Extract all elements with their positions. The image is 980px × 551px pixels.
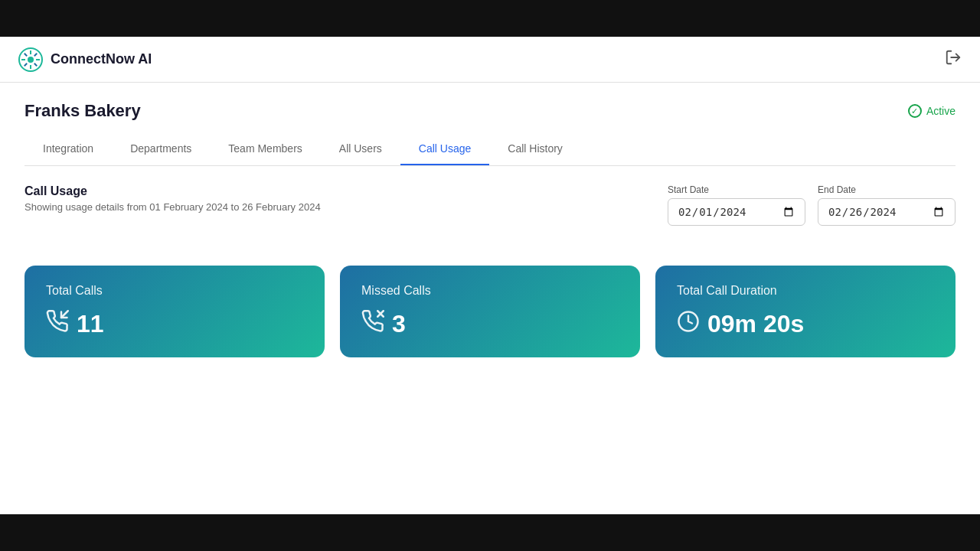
svg-line-9: [24, 63, 27, 65]
top-bar: [0, 0, 980, 37]
start-date-field: Start Date: [668, 184, 805, 226]
section-title: Call Usage: [24, 184, 668, 198]
tab-team-members[interactable]: Team Members: [210, 133, 320, 165]
tab-call-usage[interactable]: Call Usage: [400, 133, 489, 165]
total-duration-number: 09m 20s: [707, 310, 804, 338]
missed-calls-value: 3: [361, 310, 619, 338]
end-date-input[interactable]: [818, 198, 956, 226]
missed-calls-card: Missed Calls 3: [340, 266, 640, 357]
main-content: Franks Bakery ✓ Active Integration Depar…: [0, 83, 980, 514]
end-date-field: End Date: [818, 184, 956, 226]
bottom-bar: [0, 514, 980, 551]
tab-departments[interactable]: Departments: [112, 133, 210, 165]
page-header: Franks Bakery ✓ Active: [24, 101, 956, 121]
total-calls-card: Total Calls 11: [24, 266, 325, 357]
tabs-nav: Integration Departments Team Members All…: [24, 133, 956, 166]
clock-icon: [677, 310, 700, 338]
page-title: Franks Bakery: [24, 101, 141, 121]
section-subtitle: Showing usage details from 01 February 2…: [24, 201, 668, 213]
app-logo-icon: [18, 47, 43, 72]
active-icon: ✓: [908, 104, 922, 118]
app-name: ConnectNow AI: [51, 51, 152, 67]
end-date-label: End Date: [818, 184, 956, 195]
svg-line-6: [24, 53, 27, 55]
tab-call-history[interactable]: Call History: [489, 133, 581, 165]
usage-header: Call Usage Showing usage details from 01…: [24, 184, 956, 247]
total-duration-title: Total Call Duration: [677, 284, 934, 298]
svg-line-7: [34, 63, 37, 65]
missed-calls-number: 3: [392, 310, 406, 338]
total-duration-value: 09m 20s: [677, 310, 934, 338]
date-filters: Start Date End Date: [668, 184, 956, 226]
svg-line-11: [61, 311, 68, 318]
app-logo: ConnectNow AI: [18, 47, 152, 72]
logout-button[interactable]: [945, 49, 962, 70]
tab-all-users[interactable]: All Users: [321, 133, 400, 165]
total-calls-value: 11: [46, 310, 303, 338]
svg-point-1: [28, 57, 34, 63]
svg-line-8: [34, 53, 37, 55]
tab-integration[interactable]: Integration: [24, 133, 112, 165]
start-date-input[interactable]: [668, 198, 805, 226]
start-date-label: Start Date: [668, 184, 805, 195]
total-calls-number: 11: [77, 310, 104, 338]
stats-row: Total Calls 11 Missed Calls: [24, 266, 956, 357]
phone-missed-icon: [361, 310, 384, 338]
missed-calls-title: Missed Calls: [361, 284, 619, 298]
phone-incoming-icon: [46, 310, 69, 338]
status-badge: ✓ Active: [908, 104, 956, 118]
total-duration-card: Total Call Duration 09m 20s: [655, 266, 956, 357]
usage-header-left: Call Usage Showing usage details from 01…: [24, 184, 668, 228]
app-header: ConnectNow AI: [0, 37, 980, 83]
status-label: Active: [926, 105, 956, 117]
total-calls-title: Total Calls: [46, 284, 303, 298]
